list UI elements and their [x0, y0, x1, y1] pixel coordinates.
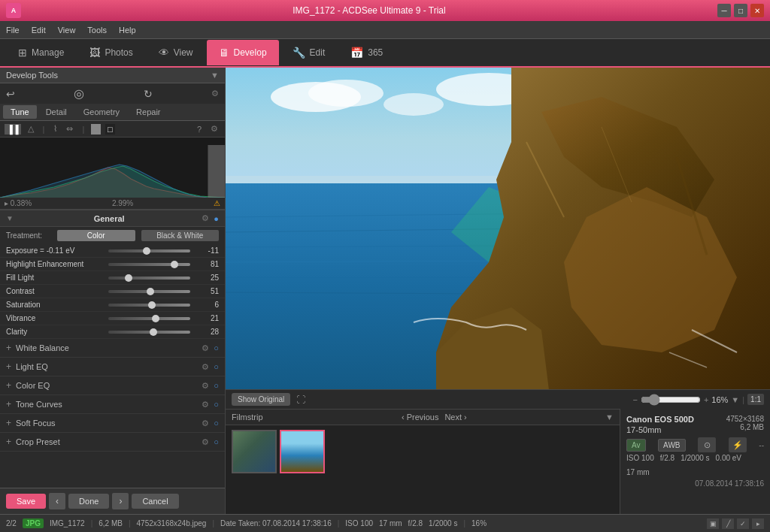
dropdown-icon: ▼ [211, 71, 219, 80]
white-balance-section[interactable]: + White Balance ⚙ ○ [0, 339, 225, 358]
wb-circle-icon[interactable]: ○ [214, 343, 219, 353]
tab-photos[interactable]: 🖼 Photos [77, 40, 144, 65]
next-button[interactable]: Next › [444, 413, 466, 422]
vibrance-slider[interactable] [108, 317, 190, 320]
highlight-slider[interactable] [108, 263, 190, 266]
tune-tab-repair[interactable]: Repair [129, 105, 168, 119]
tc-gear-icon[interactable]: ⚙ [202, 400, 209, 410]
zoom-minus-button[interactable]: − [632, 395, 637, 404]
zoom-dropdown-icon[interactable]: ▼ [731, 395, 739, 404]
zoom-plus-button[interactable]: + [704, 395, 708, 404]
close-button[interactable]: ✕ [750, 4, 764, 17]
sf-gear-icon[interactable]: ⚙ [202, 419, 209, 428]
general-gear-icon[interactable]: ⚙ [202, 213, 209, 223]
saturation-label: Saturation [6, 301, 104, 309]
prev-button[interactable]: ‹ Previous [402, 413, 439, 422]
crop-gear-icon[interactable]: ⚙ [202, 437, 209, 447]
restore-button[interactable]: □ [734, 4, 747, 17]
wb-gear-icon[interactable]: ⚙ [202, 343, 209, 353]
exposure-slider[interactable] [108, 249, 190, 252]
image-toolbar: Show Original ⛶ − + 16% ▼ | 1:1 [226, 389, 770, 409]
menu-help[interactable]: Help [119, 26, 136, 35]
filmstrip-thumb-2[interactable] [280, 430, 325, 473]
tc-circle-icon[interactable]: ○ [214, 400, 219, 410]
contrast-slider[interactable] [108, 290, 190, 293]
minimize-button[interactable]: ─ [717, 4, 731, 17]
hist-triangle-icon[interactable]: △ [26, 123, 36, 135]
exposure-label: Exposure = -0.11 eV [6, 246, 104, 255]
menu-view[interactable]: View [58, 26, 76, 35]
zoom-preset-button[interactable]: 1:1 [747, 394, 764, 405]
ceq-gear-icon[interactable]: ⚙ [202, 381, 209, 391]
tone-curves-section[interactable]: + Tone Curves ⚙ ○ [0, 395, 225, 414]
histogram-range: ▸ 0.38% 2.99% ⚠ [0, 198, 225, 210]
ceq-circle-icon[interactable]: ○ [214, 381, 219, 391]
tone-curves-icons: ⚙ ○ [202, 400, 219, 410]
thumb-2-image [281, 431, 323, 472]
tune-tab-geometry[interactable]: Geometry [76, 105, 127, 119]
prev-arrow[interactable]: ‹ [49, 493, 65, 509]
filllight-slider[interactable] [108, 277, 190, 280]
color-button[interactable]: Color [57, 230, 135, 241]
status-sep2: | [129, 519, 131, 527]
image-area[interactable] [226, 68, 770, 389]
tune-tab-detail[interactable]: Detail [38, 105, 74, 119]
bw-button[interactable]: Black & White [141, 230, 220, 241]
cancel-button[interactable]: Cancel [132, 494, 178, 509]
next-arrow[interactable]: › [112, 493, 129, 509]
tab-view[interactable]: 👁 View [147, 40, 205, 65]
slider-row-filllight: Fill Light 25 [0, 271, 225, 285]
info-panel: Canon EOS 500D 17-50mm 4752×3168 6,2 MB … [620, 409, 770, 514]
iso-status: ISO 100 [345, 519, 373, 527]
main-photo [226, 68, 770, 389]
general-collapse-icon: ▼ [6, 214, 14, 222]
leq-gear-icon[interactable]: ⚙ [202, 362, 209, 372]
tab-develop[interactable]: 🖥 Develop [207, 40, 279, 65]
done-button[interactable]: Done [68, 494, 109, 509]
hist-arrow-icon[interactable]: ⇔ [64, 123, 75, 135]
view-icon: 👁 [159, 47, 169, 59]
left-scroll[interactable]: ▼ General ⚙ ● Treatment: Color Black & W… [0, 210, 225, 488]
filmstrip-dropdown-icon[interactable]: ▼ [605, 413, 614, 422]
zoom-slider[interactable] [641, 394, 701, 406]
leq-circle-icon[interactable]: ○ [214, 362, 219, 372]
soft-focus-label: Soft Focus [16, 419, 202, 428]
crop-circle-icon[interactable]: ○ [214, 437, 219, 447]
clarity-slider[interactable] [108, 331, 190, 334]
metering-button[interactable]: ⊙ [698, 437, 716, 452]
color-eq-section[interactable]: + Color EQ ⚙ ○ [0, 376, 225, 395]
tab-manage[interactable]: ⊞ Manage [6, 40, 76, 65]
saturation-slider[interactable] [108, 304, 190, 307]
undo-button[interactable]: ↩ [6, 88, 15, 100]
light-eq-section[interactable]: + Light EQ ⚙ ○ [0, 358, 225, 376]
hist-curve-icon[interactable]: ⌇ [51, 123, 59, 135]
general-circle-icon[interactable]: ● [214, 214, 219, 223]
status-sep5: | [463, 519, 465, 527]
tab-365[interactable]: 📅 365 [338, 40, 395, 65]
general-section-header[interactable]: ▼ General ⚙ ● [0, 210, 225, 227]
sf-circle-icon[interactable]: ○ [214, 419, 219, 428]
show-original-button[interactable]: Show Original [232, 393, 290, 406]
hist-question-icon[interactable]: ? [195, 124, 204, 135]
hist-black-icon[interactable]: □ [105, 124, 115, 135]
redo-button[interactable]: ↻ [144, 88, 153, 100]
status-icon-1: ▣ [707, 518, 719, 529]
tune-tab-tune[interactable]: Tune [3, 105, 37, 119]
highlight-label: Highlight Enhancement [6, 260, 104, 268]
target-icon: ◎ [74, 86, 84, 101]
hist-gear-icon[interactable]: ⚙ [208, 123, 220, 135]
hist-white-icon[interactable]: □ [91, 124, 101, 135]
tab-edit[interactable]: 🔧 Edit [280, 40, 338, 65]
menu-tools[interactable]: Tools [87, 26, 107, 35]
save-button[interactable]: Save [6, 494, 46, 509]
crop-preset-section[interactable]: + Crop Preset ⚙ ○ [0, 433, 225, 452]
filmstrip-thumb-1[interactable] [232, 430, 277, 473]
flash-button[interactable]: ⚡ [729, 437, 747, 452]
menu-edit[interactable]: Edit [32, 26, 46, 35]
settings-icon[interactable]: ⚙ [211, 89, 219, 98]
menu-file[interactable]: File [6, 26, 20, 35]
hist-bar-icon[interactable]: ▐▐ [5, 124, 21, 135]
fullscreen-icon[interactable]: ⛶ [296, 394, 305, 405]
soft-focus-icons: ⚙ ○ [202, 419, 219, 428]
soft-focus-section[interactable]: + Soft Focus ⚙ ○ [0, 414, 225, 433]
